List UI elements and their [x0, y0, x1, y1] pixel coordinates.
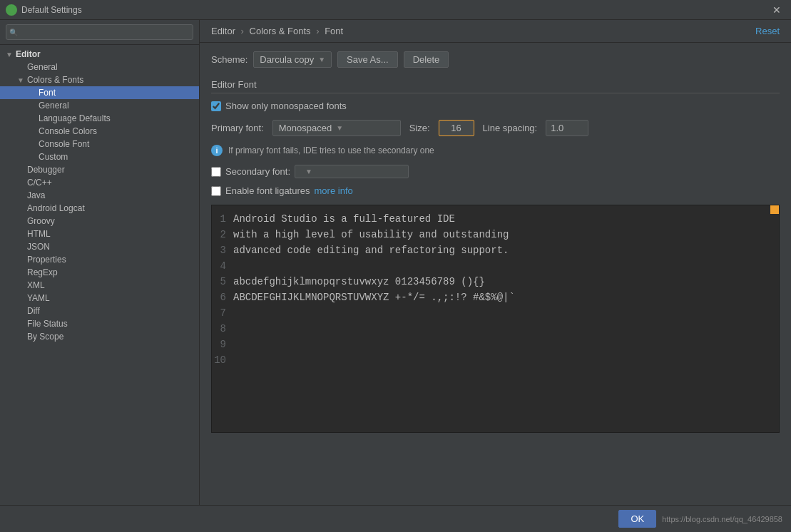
line-content: Android Studio is a full-featured IDE — [233, 211, 455, 227]
sidebar-item-console-colors[interactable]: Console Colors — [0, 125, 199, 138]
secondary-font-checkbox[interactable] — [211, 167, 221, 177]
line-number: 8 — [212, 321, 233, 337]
size-input[interactable] — [439, 120, 474, 136]
sidebar-item-properties[interactable]: Properties — [0, 253, 199, 266]
line-number: 9 — [212, 337, 233, 352]
sidebar-item-html[interactable]: HTML — [0, 227, 199, 240]
breadcrumb-part1: Editor — [211, 26, 235, 36]
line-number: 3 — [212, 242, 233, 258]
sidebar-item-json[interactable]: JSON — [0, 240, 199, 253]
sidebar-item-label: Font — [39, 88, 56, 98]
window-title: Default Settings — [21, 5, 82, 15]
sidebar-item-by-scope[interactable]: By Scope — [0, 330, 199, 343]
save-as-button[interactable]: Save As... — [337, 51, 398, 68]
font-controls-row: Primary font: Monospaced ▼ Size: Line sp… — [211, 120, 780, 136]
more-info-link[interactable]: more info — [315, 185, 353, 196]
line-content: with a high level of usability and outst… — [233, 227, 509, 242]
sidebar-item-label: General — [27, 62, 58, 72]
size-label: Size: — [409, 123, 430, 133]
search-input[interactable] — [6, 24, 193, 40]
table-row: 7 — [212, 305, 779, 321]
line-number: 10 — [212, 352, 233, 368]
info-row: i If primary font fails, IDE tries to us… — [211, 145, 780, 156]
ok-button[interactable]: OK — [618, 510, 656, 528]
sidebar-item-label: Debugger — [27, 165, 65, 175]
sidebar-item-language-defaults[interactable]: Language Defaults — [0, 112, 199, 125]
search-bar — [0, 20, 199, 45]
secondary-font-label: Secondary font: — [225, 166, 290, 177]
info-text: If primary font fails, IDE tries to use … — [228, 145, 434, 155]
sidebar-item-label: Custom — [39, 152, 68, 162]
expand-arrow: ▼ — [6, 51, 16, 58]
content-body: Scheme: Darcula copy ▼ Save As... Delete… — [200, 43, 791, 505]
sidebar-tree: ▼EditorGeneral▼Colors & FontsFontGeneral… — [0, 45, 199, 505]
close-button[interactable]: ✕ — [768, 3, 785, 17]
scheme-dropdown[interactable]: Darcula copy ▼ — [253, 51, 332, 68]
table-row: 3advanced code editing and refactoring s… — [212, 242, 779, 258]
info-icon: i — [211, 145, 223, 156]
scheme-row: Scheme: Darcula copy ▼ Save As... Delete — [211, 51, 780, 68]
bottom-bar: OK https://blog.csdn.net/qq_46429858 — [0, 505, 791, 532]
line-number: 5 — [212, 274, 233, 290]
sidebar-item-console-font[interactable]: Console Font — [0, 138, 199, 150]
ligatures-label: Enable font ligatures — [225, 185, 310, 196]
monospaced-row: Show only monospaced fonts — [211, 101, 780, 111]
reset-button[interactable]: Reset — [755, 26, 780, 36]
sidebar-item-android-logcat[interactable]: Android Logcat — [0, 202, 199, 215]
delete-button[interactable]: Delete — [404, 51, 449, 68]
sidebar-item-yaml[interactable]: YAML — [0, 292, 199, 305]
table-row: 6ABCDEFGHIJKLMNOPQRSTUVWXYZ +-*/= .,;:!?… — [212, 290, 779, 305]
show-monospaced-checkbox[interactable] — [211, 101, 221, 111]
sidebar-item-colors-fonts[interactable]: ▼Colors & Fonts — [0, 73, 199, 86]
scrollbar-corner — [770, 205, 779, 214]
secondary-font-arrow: ▼ — [305, 168, 312, 175]
sidebar-item-general[interactable]: General — [0, 61, 199, 73]
sidebar-item-label: General — [39, 101, 69, 111]
sidebar-item-xml[interactable]: XML — [0, 279, 199, 292]
sidebar-item-label: Console Font — [39, 139, 89, 149]
sidebar-item-groovy[interactable]: Groovy — [0, 215, 199, 227]
table-row: 1Android Studio is a full-featured IDE — [212, 211, 779, 227]
scheme-value: Darcula copy — [260, 54, 314, 65]
sidebar-item-editor[interactable]: ▼Editor — [0, 48, 199, 61]
sidebar-item-file-status[interactable]: File Status — [0, 317, 199, 330]
sidebar-item-java[interactable]: Java — [0, 189, 199, 202]
sidebar-item-label: JSON — [27, 242, 50, 252]
line-number: 1 — [212, 211, 233, 227]
sidebar-item-custom[interactable]: Custom — [0, 150, 199, 163]
primary-font-value: Monospaced — [279, 123, 332, 133]
expand-arrow: ▼ — [17, 76, 27, 84]
sidebar-item-label: Diff — [27, 306, 40, 316]
table-row: 2with a high level of usability and outs… — [212, 227, 779, 242]
breadcrumb-part2: Colors & Fonts — [250, 26, 311, 36]
breadcrumb-sep2: › — [316, 26, 319, 36]
svg-point-0 — [8, 6, 15, 14]
sidebar-item-general2[interactable]: General — [0, 99, 199, 112]
line-spacing-input[interactable] — [546, 120, 588, 136]
sidebar-item-label: RegExp — [27, 267, 58, 277]
app-icon — [6, 4, 17, 16]
secondary-font-dropdown[interactable]: ▼ — [295, 165, 409, 178]
content-header: Editor › Colors & Fonts › Font Reset — [200, 20, 791, 43]
sidebar-item-cpp[interactable]: C/C++ — [0, 176, 199, 189]
sidebar-item-label: Language Defaults — [39, 113, 111, 123]
title-bar: Default Settings ✕ — [0, 0, 791, 20]
ligatures-row: Enable font ligatures more info — [211, 185, 780, 196]
show-monospaced-label: Show only monospaced fonts — [225, 101, 347, 111]
sidebar-item-font[interactable]: Font — [0, 86, 199, 99]
table-row: 10 — [212, 352, 779, 368]
ligatures-checkbox[interactable] — [211, 186, 221, 196]
breadcrumb: Editor › Colors & Fonts › Font — [211, 26, 343, 36]
line-number: 2 — [212, 227, 233, 242]
sidebar-item-label: HTML — [27, 229, 51, 239]
sidebar-item-debugger[interactable]: Debugger — [0, 163, 199, 176]
breadcrumb-sep1: › — [241, 26, 244, 36]
sidebar-item-regexp[interactable]: RegExp — [0, 266, 199, 279]
sidebar-item-label: Console Colors — [39, 126, 97, 136]
sidebar-item-label: Properties — [27, 255, 66, 265]
sidebar-item-diff[interactable]: Diff — [0, 305, 199, 317]
table-row: 9 — [212, 337, 779, 352]
primary-font-dropdown[interactable]: Monospaced ▼ — [272, 120, 401, 136]
editor-font-title: Editor Font — [211, 79, 780, 93]
sidebar-item-label: Groovy — [27, 216, 55, 226]
